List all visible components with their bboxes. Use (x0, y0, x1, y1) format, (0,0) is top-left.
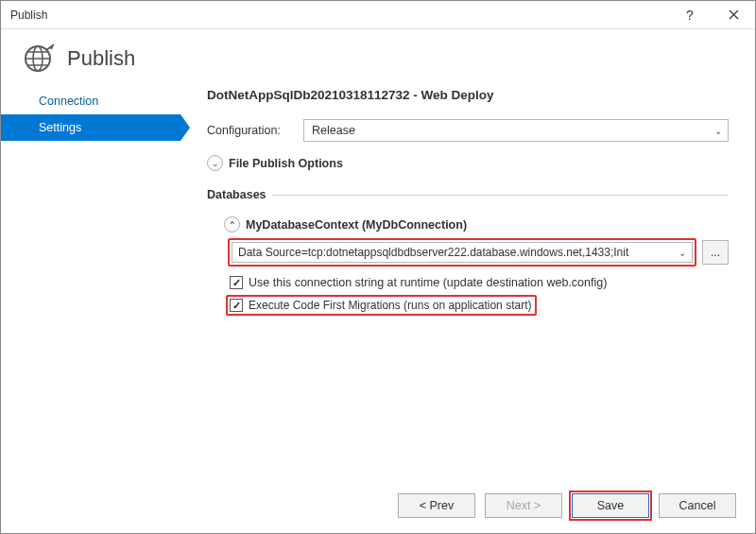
window-title: Publish (10, 9, 668, 22)
file-publish-options-label: File Publish Options (229, 157, 343, 170)
dialog-header: Publish (1, 29, 755, 84)
configuration-value: Release (312, 124, 355, 137)
configuration-label: Configuration: (207, 124, 303, 137)
configuration-dropdown[interactable]: Release ⌄ (303, 119, 729, 142)
configuration-row: Configuration: Release ⌄ (207, 119, 729, 142)
chevron-up-icon: ⌃ (224, 216, 240, 233)
connection-string-browse-button[interactable]: ... (702, 240, 729, 265)
file-publish-options-expander[interactable]: ⌄ File Publish Options (207, 155, 729, 171)
connection-string-highlight: Data Source=tcp:dotnetappsqldbdbserver22… (228, 238, 696, 267)
chevron-down-icon: ⌄ (714, 126, 722, 136)
sidebar-item-settings[interactable]: Settings (1, 114, 180, 141)
publish-profile-title: DotNetAppSqlDb20210318112732 - Web Deplo… (207, 88, 729, 102)
execute-migrations-label: Execute Code First Migrations (runs on a… (249, 299, 531, 312)
chevron-down-icon: ⌄ (679, 248, 686, 258)
database-context-expander[interactable]: ⌃ MyDatabaseContext (MyDbConnection) (224, 216, 729, 233)
sidebar: Connection Settings (1, 84, 180, 482)
close-icon (729, 9, 739, 20)
sidebar-item-connection[interactable]: Connection (1, 88, 180, 114)
connection-string-value: Data Source=tcp:dotnetappsqldbdbserver22… (238, 246, 628, 259)
save-button[interactable]: Save (572, 493, 649, 518)
prev-button[interactable]: < Prev (398, 493, 475, 518)
main-panel: DotNetAppSqlDb20210318112732 - Web Deplo… (180, 84, 755, 482)
dialog-title: Publish (67, 46, 135, 71)
publish-globe-icon (22, 43, 54, 75)
cancel-button[interactable]: Cancel (659, 493, 736, 518)
connection-string-dropdown[interactable]: Data Source=tcp:dotnetappsqldbdbserver22… (232, 242, 693, 263)
help-button[interactable]: ? (668, 1, 712, 29)
use-connection-label: Use this connection string at runtime (u… (249, 276, 607, 289)
execute-migrations-checkbox[interactable] (230, 299, 243, 312)
dialog-footer: < Prev Next > Save Cancel (1, 482, 755, 529)
database-context-group: ⌃ MyDatabaseContext (MyDbConnection) Dat… (224, 216, 729, 316)
use-connection-checkbox-row[interactable]: Use this connection string at runtime (u… (230, 276, 729, 289)
divider (272, 195, 729, 196)
databases-section-header: Databases (207, 188, 729, 201)
database-context-label: MyDatabaseContext (MyDbConnection) (246, 218, 467, 232)
next-button: Next > (485, 493, 562, 518)
close-button[interactable] (712, 1, 755, 29)
databases-label: Databases (207, 188, 266, 201)
chevron-down-icon: ⌄ (207, 155, 223, 171)
titlebar: Publish ? (1, 1, 755, 29)
use-connection-checkbox[interactable] (230, 276, 243, 289)
execute-migrations-highlight: Execute Code First Migrations (runs on a… (226, 295, 537, 316)
